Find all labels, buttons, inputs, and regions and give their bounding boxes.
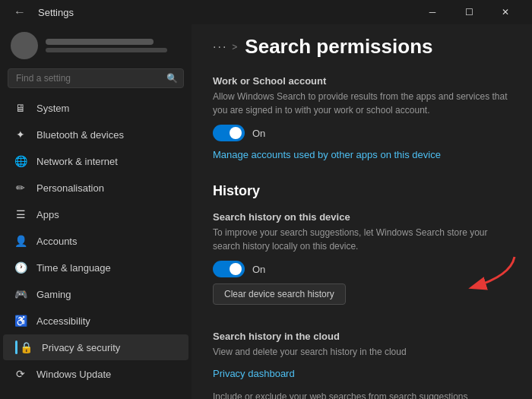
avatar [11,32,38,59]
titlebar: ← Settings ─ ☐ ✕ [0,0,532,24]
user-info [46,39,181,52]
sidebar-item-apps[interactable]: ☰ Apps [3,201,188,227]
window-controls: ─ ☐ ✕ [415,0,523,24]
apps-icon: ☰ [14,207,27,221]
sidebar-item-network[interactable]: 🌐 Network & internet [3,148,188,174]
titlebar-left: ← Settings [9,4,74,21]
back-icon: ← [14,5,26,18]
breadcrumb-dots: ··· [213,40,227,54]
work-school-toggle[interactable] [213,125,245,141]
device-history-description: To improve your search suggestions, let … [213,226,511,253]
maximize-button[interactable]: ☐ [451,0,486,24]
device-history-toggle[interactable] [213,261,245,277]
search-input[interactable] [8,68,184,88]
update-icon: ⟳ [14,367,27,381]
accounts-icon: 👤 [14,234,27,248]
user-profile [0,24,192,68]
work-school-subtitle: Work or School account [213,75,511,87]
page-title: Search permissions [245,35,432,59]
sidebar-item-label: Privacy & security [42,342,120,353]
user-email-blur [46,48,167,52]
work-school-description: Allow Windows Search to provide results … [213,90,511,117]
nav-list: 🖥 System ✦ Bluetooth & devices 🌐 Network… [0,94,192,399]
sidebar-item-system[interactable]: 🖥 System [3,95,188,121]
app-title: Settings [38,7,74,18]
history-heading: History [213,183,511,199]
clear-history-button[interactable]: Clear device search history [213,283,346,305]
work-school-toggle-label: On [252,128,265,139]
sidebar-item-privacy[interactable]: 🔒 Privacy & security [3,334,188,360]
sidebar-item-label: Accessibility [36,315,90,327]
minimize-button[interactable]: ─ [415,0,450,24]
bluetooth-icon: ✦ [14,128,27,141]
gaming-icon: 🎮 [14,287,27,301]
sidebar-item-label: Apps [36,209,59,220]
breadcrumb: ··· > Search permissions [213,24,511,63]
close-button[interactable]: ✕ [488,0,523,24]
sidebar-item-label: System [36,103,69,114]
sidebar-item-label: Gaming [36,289,71,300]
sidebar-item-label: Personalisation [36,182,104,194]
cloud-extra-description: Include or exclude your web searches fro… [213,390,511,399]
sidebar-item-windows-update[interactable]: ⟳ Windows Update [3,361,188,387]
sidebar-item-personalisation[interactable]: ✏ Personalisation [3,175,188,201]
sidebar-item-time[interactable]: 🕐 Time & language [3,255,188,280]
sidebar-item-bluetooth[interactable]: ✦ Bluetooth & devices [3,122,188,147]
sidebar-item-label: Time & language [36,262,111,274]
main-content: ··· > Search permissions Work or School … [192,24,532,399]
red-arrow-indicator [450,253,518,295]
sidebar: 🔍 🖥 System ✦ Bluetooth & devices 🌐 Netwo… [0,24,192,399]
cloud-history-section: Search history in the cloud View and del… [213,331,511,399]
cloud-history-heading: Search history in the cloud [213,331,511,342]
sidebar-item-label: Accounts [36,236,77,247]
sidebar-item-accessibility[interactable]: ♿ Accessibility [3,308,188,334]
personalisation-icon: ✏ [14,181,27,195]
sidebar-item-label: Bluetooth & devices [36,129,124,141]
search-box[interactable]: 🔍 [8,68,184,88]
work-school-section: Work or School account Allow Windows Sea… [213,75,511,171]
sidebar-item-label: Network & internet [36,156,118,167]
device-history-section: Search history on this device To improve… [213,211,511,318]
search-icon: 🔍 [166,73,178,84]
toggle-knob [230,127,242,139]
work-school-toggle-row: On [213,125,511,141]
breadcrumb-chevron: > [232,42,237,52]
privacy-icon: 🔒 [19,340,33,354]
privacy-dashboard-link[interactable]: Privacy dashboard [213,368,295,379]
active-indicator [15,340,17,354]
back-button[interactable]: ← [9,4,30,21]
device-history-toggle-label: On [252,264,265,275]
accessibility-icon: ♿ [14,314,27,328]
sidebar-item-gaming[interactable]: 🎮 Gaming [3,281,188,307]
user-name-blur [46,39,154,45]
sidebar-item-accounts[interactable]: 👤 Accounts [3,228,188,254]
toggle-knob [230,263,242,275]
device-history-subtitle: Search history on this device [213,211,511,223]
app-body: 🔍 🖥 System ✦ Bluetooth & devices 🌐 Netwo… [0,24,532,399]
sidebar-item-label: Windows Update [36,369,111,380]
time-icon: 🕐 [14,261,27,274]
manage-accounts-link[interactable]: Manage accounts used by other apps on th… [213,149,441,160]
system-icon: 🖥 [14,101,27,115]
network-icon: 🌐 [14,154,27,168]
cloud-history-description: View and delete your search history in t… [213,345,511,359]
